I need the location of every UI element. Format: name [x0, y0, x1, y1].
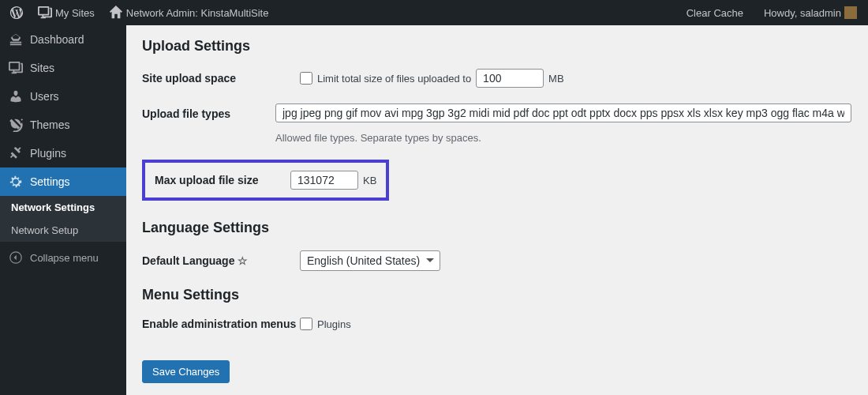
clear-cache-label: Clear Cache [687, 7, 743, 19]
wp-logo[interactable] [5, 0, 28, 25]
row-upload-file-types: Upload file types Allowed file types. Se… [142, 103, 851, 144]
row-site-upload-space: Site upload space Limit total size of fi… [142, 69, 851, 88]
input-max-upload[interactable] [290, 171, 358, 190]
settings-submenu: Network Settings Network Setup [0, 196, 126, 242]
sidebar: Dashboard Sites Users Themes Plugins Set… [0, 25, 126, 395]
dashboard-label: Dashboard [30, 33, 84, 46]
submenu-network-setup[interactable]: Network Setup [0, 219, 126, 242]
home-icon [109, 6, 123, 20]
users-label: Users [30, 90, 59, 103]
sidebar-item-users[interactable]: Users [0, 82, 126, 111]
highlight-max-upload: Max upload file size KB [142, 160, 389, 201]
clear-cache-link[interactable]: Clear Cache [682, 0, 748, 25]
settings-label: Settings [30, 175, 70, 188]
checkbox-limit-size[interactable] [300, 72, 312, 85]
label-site-upload-space: Site upload space [142, 72, 300, 85]
translate-icon: ☆ [238, 254, 248, 267]
label-upload-file-types: Upload file types [142, 103, 275, 120]
menu-settings-heading: Menu Settings [142, 287, 851, 303]
plugins-icon [8, 145, 24, 161]
desc-file-types: Allowed file types. Separate types by sp… [275, 132, 481, 144]
language-settings-heading: Language Settings [142, 220, 851, 236]
upload-settings-heading: Upload Settings [142, 38, 851, 55]
sites-icon [8, 60, 24, 76]
collapse-label: Collapse menu [30, 252, 99, 264]
collapse-icon [8, 250, 24, 265]
label-max-upload: Max upload file size [155, 174, 290, 186]
sites-icon [38, 6, 52, 20]
sidebar-item-sites[interactable]: Sites [0, 54, 126, 82]
input-upload-space[interactable] [476, 69, 544, 88]
input-file-types[interactable] [275, 103, 851, 122]
my-account-link[interactable]: Howdy, saladmin [759, 0, 862, 25]
my-sites-link[interactable]: My Sites [33, 0, 99, 25]
avatar [844, 6, 857, 19]
my-sites-label: My Sites [55, 7, 95, 19]
network-admin-link[interactable]: Network Admin: KinstaMultiSite [104, 0, 274, 25]
checkbox-label-plugins: Plugins [317, 318, 351, 330]
content: Upload Settings Site upload space Limit … [126, 25, 867, 393]
network-admin-label: Network Admin: KinstaMultiSite [126, 7, 269, 19]
label-default-language: Default Language☆ [142, 254, 300, 267]
users-icon [8, 88, 24, 104]
sidebar-item-settings[interactable]: Settings [0, 167, 126, 196]
select-language[interactable]: English (United States) [300, 250, 440, 271]
collapse-menu[interactable]: Collapse menu [0, 242, 126, 273]
select-wrap-language: English (United States) [300, 250, 440, 271]
howdy-label: Howdy, saladmin [764, 7, 841, 19]
row-enable-admin-menus: Enable administration menus Plugins [142, 318, 851, 330]
plugins-label: Plugins [30, 147, 66, 160]
sidebar-item-plugins[interactable]: Plugins [0, 139, 126, 167]
admin-bar: My Sites Network Admin: KinstaMultiSite … [0, 0, 868, 25]
unit-kb: KB [363, 175, 376, 186]
wordpress-icon [9, 6, 24, 20]
save-button[interactable]: Save Changes [142, 360, 230, 383]
submenu-network-settings[interactable]: Network Settings [0, 196, 126, 219]
checkbox-label-limit-size: Limit total size of files uploaded to [317, 73, 471, 85]
checkbox-plugins[interactable] [300, 318, 312, 330]
admin-bar-left: My Sites Network Admin: KinstaMultiSite [5, 0, 273, 25]
field-enable-admin-menus: Plugins [300, 318, 851, 330]
dashboard-icon [8, 32, 24, 47]
row-default-language: Default Language☆ English (United States… [142, 250, 851, 271]
field-site-upload-space: Limit total size of files uploaded to MB [300, 69, 851, 88]
field-max-upload: KB [290, 171, 376, 190]
themes-icon [8, 117, 24, 133]
sites-label: Sites [30, 62, 54, 74]
unit-mb: MB [548, 73, 564, 85]
themes-label: Themes [30, 118, 70, 131]
field-upload-file-types: Allowed file types. Separate types by sp… [275, 103, 851, 144]
label-enable-admin-menus: Enable administration menus [142, 318, 300, 330]
settings-icon [8, 174, 24, 190]
field-default-language: English (United States) [300, 250, 851, 271]
sidebar-item-dashboard[interactable]: Dashboard [0, 25, 126, 54]
admin-bar-right: Clear Cache Howdy, saladmin [682, 0, 862, 25]
sidebar-item-themes[interactable]: Themes [0, 111, 126, 139]
